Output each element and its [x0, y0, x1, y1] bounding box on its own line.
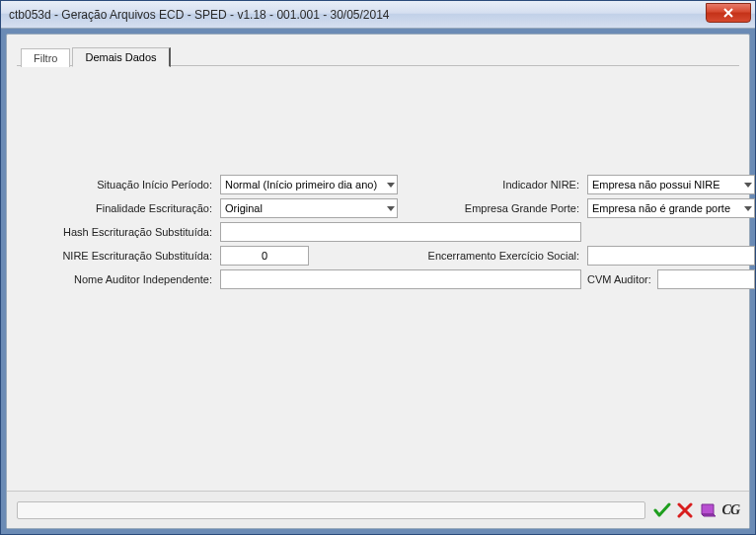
- label-nire-sub: NIRE Escrituração Substituída:: [17, 250, 214, 262]
- chevron-down-icon: [744, 206, 752, 211]
- content-area: Filtro Demais Dados Situação Início Perí…: [7, 35, 749, 491]
- select-value: Empresa não é grande porte: [592, 202, 730, 214]
- tab-demais-dados[interactable]: Demais Dados: [72, 47, 170, 67]
- client-area: Filtro Demais Dados Situação Início Perí…: [6, 34, 750, 529]
- label-nome-auditor: Nome Auditor Independente:: [17, 273, 214, 285]
- cg-button[interactable]: CG: [722, 502, 739, 518]
- tab-label: Demais Dados: [85, 51, 156, 63]
- form-grid: Situação Início Período: Normal (Início …: [17, 175, 739, 289]
- input-hash[interactable]: [220, 222, 581, 242]
- select-situacao[interactable]: Normal (Início primeiro dia ano): [220, 175, 398, 194]
- label-indicador-nire: Indicador NIRE:: [404, 179, 581, 191]
- titlebar: ctb053d - Geração Arquivos ECD - SPED - …: [1, 1, 755, 29]
- footer-actions: CG: [653, 502, 739, 518]
- x-icon: [677, 502, 693, 518]
- chevron-down-icon: [387, 206, 395, 211]
- label-encerramento: Encerramento Exercício Social:: [404, 250, 581, 262]
- tabstrip: Filtro Demais Dados: [21, 44, 739, 66]
- app-window: ctb053d - Geração Arquivos ECD - SPED - …: [0, 0, 756, 535]
- chevron-down-icon: [744, 183, 752, 188]
- tab-label: Filtro: [34, 52, 57, 64]
- book-icon: [699, 502, 717, 518]
- chevron-down-icon: [387, 183, 395, 188]
- select-indicador-nire[interactable]: Empresa não possui NIRE: [587, 175, 755, 194]
- tab-panel-demais: Situação Início Período: Normal (Início …: [17, 65, 739, 289]
- select-value: Original: [225, 202, 263, 214]
- tab-filtro[interactable]: Filtro: [21, 48, 70, 67]
- input-cvm-auditor[interactable]: [657, 269, 755, 289]
- help-button[interactable]: [699, 502, 717, 518]
- progress-bar: [17, 501, 645, 519]
- cancel-button[interactable]: [677, 502, 693, 518]
- label-grande-porte: Empresa Grande Porte:: [404, 202, 581, 214]
- footer-bar: CG: [7, 491, 749, 528]
- label-situacao: Situação Início Período:: [17, 179, 214, 191]
- label-cvm-auditor: CVM Auditor:: [587, 273, 653, 285]
- check-icon: [653, 502, 671, 518]
- label-finalidade: Finalidade Escrituração:: [17, 202, 214, 214]
- confirm-button[interactable]: [653, 502, 671, 518]
- window-title: ctb053d - Geração Arquivos ECD - SPED - …: [9, 8, 706, 22]
- input-nome-auditor[interactable]: [220, 269, 581, 289]
- input-encerramento[interactable]: [587, 246, 755, 266]
- label-hash: Hash Escrituração Substituída:: [17, 226, 214, 238]
- select-finalidade[interactable]: Original: [220, 198, 398, 218]
- select-value: Empresa não possui NIRE: [592, 179, 720, 191]
- close-icon: [722, 8, 734, 18]
- select-grande-porte[interactable]: Empresa não é grande porte: [587, 198, 755, 218]
- select-value: Normal (Início primeiro dia ano): [225, 179, 377, 191]
- input-nire-sub[interactable]: [220, 246, 309, 266]
- close-button[interactable]: [706, 3, 751, 23]
